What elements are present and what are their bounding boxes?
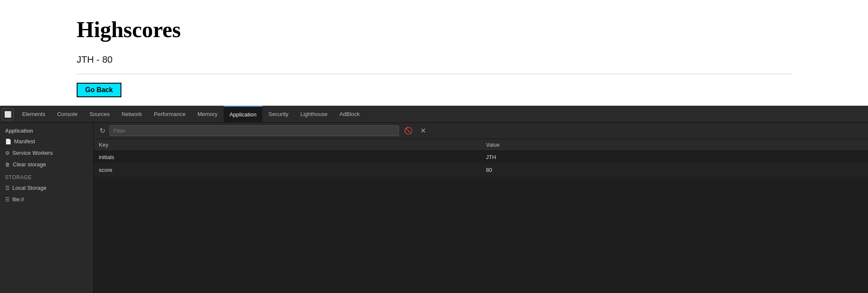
- manifest-icon: 📄: [5, 139, 11, 145]
- sidebar-item-file[interactable]: ☰ file://: [0, 194, 93, 205]
- table-cell-value: JTH: [481, 151, 868, 164]
- sidebar-storage-section-label: Storage: [0, 170, 93, 182]
- sidebar-item-clear-storage[interactable]: 🗑 Clear storage: [0, 159, 93, 170]
- table-cell-key: initials: [94, 151, 481, 164]
- table-row[interactable]: initialsJTH: [94, 151, 868, 164]
- filter-clear-button[interactable]: ✕: [418, 126, 428, 136]
- sidebar-item-file-label: file://: [12, 196, 24, 203]
- sidebar-item-service-workers[interactable]: ⚙ Service Workers: [0, 147, 93, 159]
- filter-input[interactable]: [109, 125, 399, 136]
- local-storage-icon: ☰: [5, 185, 10, 191]
- table-cell-key: score: [94, 164, 481, 177]
- sidebar-item-manifest[interactable]: 📄 Manifest: [0, 136, 93, 147]
- service-workers-icon: ⚙: [5, 150, 10, 156]
- devtools-tab-bar: ⬜ Elements Console Sources Network Perfo…: [0, 106, 868, 123]
- sidebar-item-clear-storage-label: Clear storage: [13, 161, 46, 168]
- go-back-button[interactable]: Go Back: [77, 83, 121, 97]
- filter-block-button[interactable]: 🚫: [402, 126, 415, 136]
- tab-elements[interactable]: Elements: [16, 106, 51, 123]
- tab-application[interactable]: Application: [224, 106, 263, 123]
- column-header-value: Value: [481, 139, 868, 151]
- sidebar-item-service-workers-label: Service Workers: [12, 150, 53, 156]
- tab-network[interactable]: Network: [116, 106, 148, 123]
- filter-bar: ↻ 🚫 ✕: [94, 123, 868, 139]
- devtools-panel: ⬜ Elements Console Sources Network Perfo…: [0, 106, 868, 293]
- table-cell-value: 80: [481, 164, 868, 177]
- browser-page: Highscores JTH - 80 Go Back: [0, 0, 868, 106]
- sidebar-app-section-label: Application: [0, 125, 93, 136]
- file-icon: ☰: [5, 197, 10, 203]
- page-title: Highscores: [77, 17, 791, 42]
- tab-console[interactable]: Console: [51, 106, 83, 123]
- page-divider: [77, 74, 791, 74]
- tab-lighthouse[interactable]: Lighthouse: [294, 106, 333, 123]
- tab-performance[interactable]: Performance: [148, 106, 191, 123]
- page-score: JTH - 80: [77, 54, 791, 65]
- filter-refresh-button[interactable]: ↻: [98, 126, 107, 136]
- devtools-main-panel: ↻ 🚫 ✕ Key Value initialsJTHscore80: [94, 123, 868, 293]
- devtools-sidebar: Application 📄 Manifest ⚙ Service Workers…: [0, 123, 94, 293]
- sidebar-item-local-storage[interactable]: ☰ Local Storage: [0, 182, 93, 194]
- tab-memory[interactable]: Memory: [192, 106, 224, 123]
- clear-storage-icon: 🗑: [5, 162, 10, 168]
- tab-sources[interactable]: Sources: [83, 106, 116, 123]
- devtools-body: Application 📄 Manifest ⚙ Service Workers…: [0, 123, 868, 293]
- tab-security[interactable]: Security: [262, 106, 294, 123]
- column-header-key: Key: [94, 139, 481, 151]
- table-row[interactable]: score80: [94, 164, 868, 177]
- sidebar-item-manifest-label: Manifest: [14, 138, 35, 145]
- data-table-wrapper: Key Value initialsJTHscore80: [94, 139, 868, 293]
- sidebar-item-local-storage-label: Local Storage: [12, 185, 46, 191]
- devtools-inspector-icon[interactable]: ⬜: [2, 108, 14, 120]
- local-storage-table: Key Value initialsJTHscore80: [94, 139, 868, 177]
- tab-adblock[interactable]: AdBlock: [333, 106, 366, 123]
